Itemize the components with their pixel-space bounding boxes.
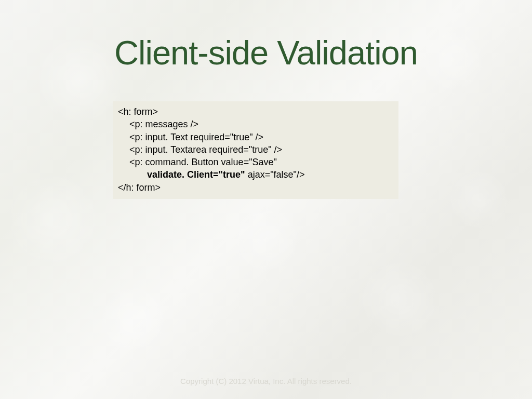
code-line-3: <p: input. Text required="true" /> xyxy=(118,131,393,143)
code-bold-segment: validate. Client="true" xyxy=(147,169,245,180)
code-line-5: <p: command. Button value="Save" xyxy=(118,156,393,168)
code-line-1: <h: form> xyxy=(118,105,393,118)
code-line-6: validate. Client="true" ajax="false"/> xyxy=(118,168,393,181)
code-rest-segment: ajax="false"/> xyxy=(245,169,305,180)
code-block: <h: form> <p: messages /> <p: input. Tex… xyxy=(113,101,398,199)
code-line-4: <p: input. Textarea required="true" /> xyxy=(118,143,393,156)
code-line-2: <p: messages /> xyxy=(118,118,393,130)
code-line-7: </h: form> xyxy=(118,181,393,194)
copyright-footer: Copyright (C) 2012 Virtua, Inc. All righ… xyxy=(0,377,532,385)
slide-title: Client-side Validation xyxy=(0,33,532,72)
